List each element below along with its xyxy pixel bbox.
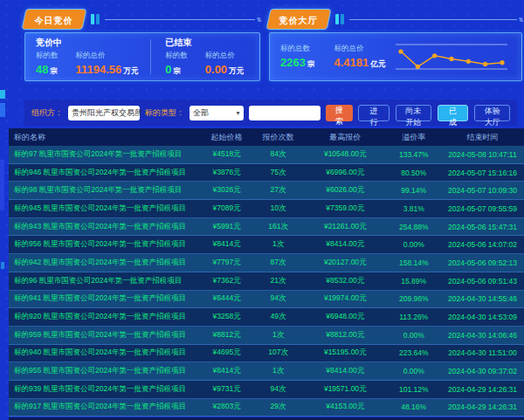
- cell-end-time: 2024-04-30 14:06:46: [441, 331, 524, 340]
- cell-start-price: ¥7797元: [201, 258, 252, 268]
- cell-highest-bid: ¥19571.00元: [304, 384, 386, 395]
- cell-premium-rate: 209.96%: [386, 294, 441, 303]
- table-row[interactable]: 标的917 凯里市国资公司2024年第一批资产招租项目¥2803元29次¥415…: [9, 399, 524, 417]
- ended-total-value: 0.00: [205, 63, 227, 76]
- cell-lot-name: 标的940 凯里市国资公司2024年第一批资产招租项目: [9, 348, 201, 358]
- chevron-down-icon: ▾: [237, 109, 240, 117]
- table-row[interactable]: 标的939 凯里市国资公司2024年第一批资产招租项目¥9731元94次¥195…: [9, 381, 524, 399]
- cell-premium-rate: 99.14%: [386, 186, 441, 195]
- search-input[interactable]: [249, 106, 321, 120]
- table-row[interactable]: 标的96 凯里市国资公司2024年第一批资产招租项目¥7362元21次¥8532…: [9, 272, 524, 291]
- table-row[interactable]: 标的945 凯里市国资公司2024年第一批资产招租项目¥7089元10次¥735…: [9, 200, 524, 218]
- cell-end-time: 2024-05-07 09:55:59: [441, 204, 524, 213]
- cell-premium-rate: 113.26%: [386, 313, 441, 321]
- cell-end-time: 2024-04-29 14:26:31: [441, 403, 524, 411]
- cell-start-price: ¥8812元: [201, 330, 252, 341]
- cell-end-time: 2024-05-06 15:47:31: [441, 223, 524, 231]
- cell-end-time: 2024-04-30 11:51:00: [441, 348, 524, 357]
- filter-button-in-progress[interactable]: 进行中: [358, 105, 390, 121]
- cell-start-price: ¥3876元: [201, 168, 252, 178]
- cell-highest-bid: ¥19974.00元: [304, 293, 386, 304]
- cell-lot-name: 标的942 凯里市国资公司2024年第一批资产招租项目: [9, 258, 201, 268]
- cell-bid-count: 1次: [252, 239, 304, 250]
- table-row[interactable]: 标的946 凯里市国资公司2024年第一批资产招租项目¥3876元75次¥699…: [9, 164, 524, 182]
- cell-highest-bid: ¥8532.00元: [304, 276, 386, 286]
- tab-today-bidding[interactable]: 今日竞价: [23, 10, 86, 29]
- cell-lot-name: 标的959 凯里市国资公司2024年第一批资产招租项目: [9, 330, 201, 341]
- cell-bid-count: 75次: [252, 168, 304, 178]
- section-ended-title: 已结束: [165, 37, 244, 49]
- decor-square-cyan: [0, 90, 5, 99]
- ended-count-label: 标的数: [165, 51, 188, 61]
- cell-premium-rate: 254.88%: [386, 223, 441, 231]
- cell-premium-rate: 0.00%: [386, 331, 441, 340]
- cell-end-time: 2024-05-06 14:07:02: [441, 240, 524, 249]
- cell-start-price: ¥8414元: [201, 239, 252, 250]
- slashes-decor: \\\: [257, 16, 260, 24]
- cell-lot-name: 标的939 凯里市国资公司2024年第一批资产招租项目: [9, 384, 201, 395]
- cell-lot-name: 标的943 凯里市国资公司2024年第一批资产招租项目: [9, 222, 201, 232]
- cell-premium-rate: 0.00%: [386, 240, 441, 249]
- cell-end-time: 2024-05-07 10:09:30: [441, 186, 524, 195]
- tab-bidding-hall-label: 竞价大厅: [279, 15, 318, 27]
- cell-highest-bid: ¥8414.00元: [304, 366, 386, 376]
- table-row[interactable]: 标的942 凯里市国资公司2024年第一批资产招租项目¥7797元87次¥201…: [9, 254, 524, 272]
- cell-premium-rate: 0.00%: [386, 367, 441, 375]
- bidding-hall-panel: 竞价大厅 \\\ 标的总数 2263宗 标的总价 4.4181亿元: [269, 10, 522, 81]
- hall-total-unit: 亿元: [370, 59, 385, 70]
- organizer-select[interactable]: 贵州阳光产权交易所 ▾: [68, 106, 140, 120]
- double-bars-icon: [91, 14, 100, 24]
- cell-lot-name: 标的96 凯里市国资公司2024年第一批资产招租项目: [9, 276, 201, 286]
- cell-lot-name: 标的941 凯里市国资公司2024年第一批资产招租项目: [9, 293, 201, 304]
- filter-button-experience-hall[interactable]: 体验大厅: [474, 105, 510, 121]
- cell-highest-bid: ¥8414.00元: [304, 239, 386, 250]
- header-divider-line: [105, 19, 255, 20]
- section-ended: 已结束 标的数 0宗 标的总价 0.00万元: [165, 37, 244, 77]
- cell-premium-rate: 80.50%: [386, 169, 441, 177]
- cell-premium-rate: 223.64%: [386, 348, 441, 357]
- table-row[interactable]: 标的920 凯里市国资公司2024年第一批资产招租项目¥3258元49次¥694…: [9, 308, 524, 327]
- tab-bidding-hall[interactable]: 竞价大厅: [267, 10, 331, 29]
- cell-lot-name: 标的98 凯里市国资公司2024年第一批资产招租项目: [9, 185, 201, 196]
- lot-total-label: 标的总价: [76, 51, 139, 61]
- section-in-bidding: 竞价中 标的数 48宗 标的总价 11194.56万元: [36, 37, 138, 77]
- cell-start-price: ¥3026元: [201, 185, 252, 196]
- header-premium-rate: 溢价率: [386, 132, 441, 143]
- table-row[interactable]: 标的956 凯里市国资公司2024年第一批资产招租项目¥8414元1次¥8414…: [9, 236, 524, 254]
- filter-button-not-started[interactable]: 尚未开始: [396, 105, 431, 121]
- cell-lot-name: 标的945 凯里市国资公司2024年第一批资产招租项目: [9, 203, 201, 214]
- cell-end-time: 2024-04-30 14:55:46: [441, 294, 524, 303]
- cell-highest-bid: ¥8812.00元: [304, 330, 386, 341]
- table-row[interactable]: 标的940 凯里市国资公司2024年第一批资产招租项目¥4695元107次¥15…: [9, 345, 524, 363]
- auction-dashboard: { "colors": { "page_bg": "#1634cf", "acc…: [0, 0, 524, 420]
- table-row[interactable]: 标的98 凯里市国资公司2024年第一批资产招租项目¥3026元27次¥6026…: [9, 182, 524, 200]
- lot-total-unit: 万元: [123, 66, 138, 77]
- cell-lot-name: 标的956 凯里市国资公司2024年第一批资产招租项目: [9, 239, 201, 250]
- table-header: 标的名称 起始价格 报价次数 最高报价 溢价率 结束时间: [9, 128, 524, 146]
- lot-type-label: 标的类型：: [145, 107, 184, 119]
- cell-start-price: ¥4695元: [201, 348, 252, 358]
- lot-type-select[interactable]: 全部 ▾: [190, 106, 244, 120]
- filter-button-completed[interactable]: 已成交: [438, 105, 469, 121]
- lot-type-select-value: 全部: [193, 107, 209, 119]
- table-row[interactable]: 标的943 凯里市国资公司2024年第一批资产招租项目¥5991元161次¥21…: [9, 218, 524, 237]
- filter-bar: 组织方： 贵州阳光产权交易所 ▾ 标的类型： 全部 ▾ 搜索 进行中 尚未开始 …: [24, 100, 517, 126]
- cell-highest-bid: ¥21261.00元: [304, 222, 386, 232]
- cell-highest-bid: ¥20127.00元: [304, 258, 386, 268]
- search-button[interactable]: 搜索: [326, 105, 354, 121]
- cell-premium-rate: 3.81%: [386, 204, 441, 213]
- ended-total-unit: 万元: [229, 66, 244, 77]
- cell-start-price: ¥4518元: [201, 149, 252, 160]
- cell-start-price: ¥7362元: [201, 276, 252, 286]
- cell-highest-bid: ¥15195.00元: [304, 348, 386, 358]
- table-row[interactable]: 标的941 凯里市国资公司2024年第一批资产招租项目¥6444元94次¥199…: [9, 291, 524, 309]
- cell-bid-count: 84次: [252, 149, 304, 160]
- table-row[interactable]: 标的955 凯里市国资公司2024年第一批资产招租项目¥8414元1次¥8414…: [9, 362, 524, 381]
- tab-today-bidding-label: 今日竞价: [35, 15, 73, 27]
- lot-count-label: 标的数: [36, 51, 59, 61]
- table-row[interactable]: 标的97 凯里市国资公司2024年第一批资产招租项目¥4518元84次¥1054…: [9, 146, 524, 164]
- cell-bid-count: 161次: [252, 222, 304, 232]
- cell-premium-rate: 158.14%: [386, 258, 441, 267]
- table-row[interactable]: 标的959 凯里市国资公司2024年第一批资产招租项目¥8812元1次¥8812…: [9, 327, 524, 345]
- cell-bid-count: 1次: [252, 366, 304, 376]
